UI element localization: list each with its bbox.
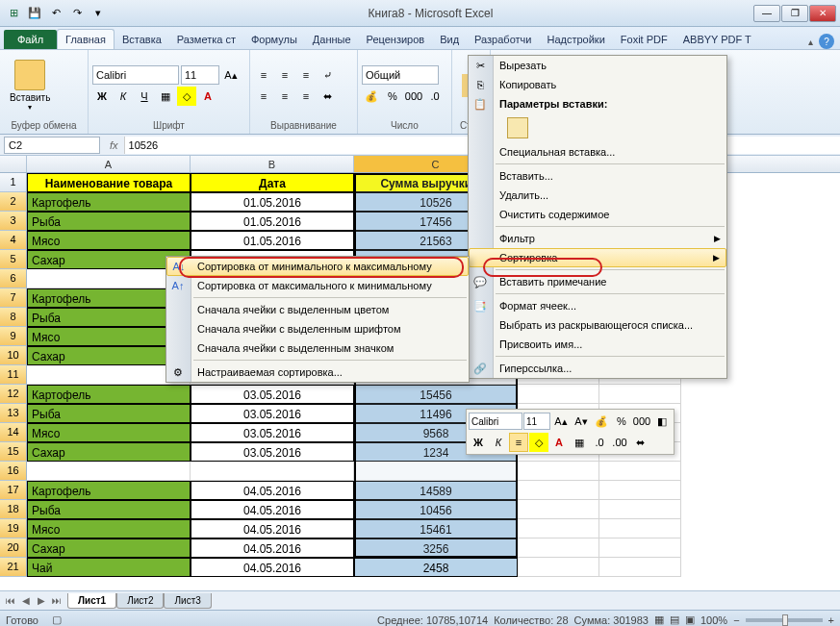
tab-view[interactable]: Вид bbox=[432, 30, 467, 49]
row-header[interactable]: 4 bbox=[0, 231, 27, 250]
tab-layout[interactable]: Разметка ст bbox=[169, 30, 243, 49]
fx-icon[interactable]: fx bbox=[104, 139, 124, 151]
mini-center-icon[interactable]: ≡ bbox=[509, 433, 528, 452]
maximize-button[interactable]: ❐ bbox=[781, 5, 808, 22]
cell[interactable]: Рыба bbox=[27, 212, 191, 231]
mini-fontcolor-icon[interactable]: A bbox=[549, 433, 569, 452]
menu-format-cells[interactable]: 📑Формат ячеек... bbox=[469, 296, 726, 315]
zoom-out-icon[interactable]: − bbox=[733, 614, 739, 626]
menu-sort-color[interactable]: Сначала ячейки с выделенным цветом bbox=[166, 300, 469, 319]
mini-italic-icon[interactable]: К bbox=[489, 433, 508, 452]
cell[interactable]: Мясо bbox=[27, 231, 191, 250]
cell[interactable]: 04.05.2016 bbox=[191, 500, 354, 519]
menu-paste-btn[interactable] bbox=[469, 113, 726, 142]
row-header[interactable]: 19 bbox=[0, 519, 27, 538]
tab-review[interactable]: Рецензиров bbox=[359, 30, 433, 49]
row-header[interactable]: 14 bbox=[0, 423, 27, 442]
cell[interactable] bbox=[599, 538, 681, 558]
cell[interactable] bbox=[599, 519, 681, 538]
menu-sort-asc[interactable]: A↓Сортировка от минимального к максималь… bbox=[166, 257, 469, 276]
cell[interactable]: 01.05.2016 bbox=[191, 212, 354, 231]
cell[interactable]: Картофель bbox=[27, 481, 191, 500]
row-header[interactable]: 8 bbox=[0, 308, 27, 327]
cell[interactable]: 01.05.2016 bbox=[191, 231, 354, 250]
row-header[interactable]: 18 bbox=[0, 500, 27, 519]
menu-sort-icon[interactable]: Сначала ячейки с выделенным значком bbox=[166, 338, 469, 358]
tab-foxit[interactable]: Foxit PDF bbox=[613, 30, 675, 49]
cell[interactable]: 03.05.2016 bbox=[191, 442, 354, 462]
tab-formulas[interactable]: Формулы bbox=[243, 30, 305, 49]
mini-inc-icon[interactable]: .00 bbox=[610, 433, 629, 452]
row-header[interactable]: 10 bbox=[0, 346, 27, 365]
excel-icon[interactable]: ⊞ bbox=[4, 4, 23, 23]
row-header[interactable]: 5 bbox=[0, 250, 27, 269]
sheet-prev-icon[interactable]: ◀ bbox=[19, 595, 33, 606]
close-button[interactable]: ✕ bbox=[809, 5, 836, 22]
undo-icon[interactable]: ↶ bbox=[46, 4, 65, 23]
menu-comment[interactable]: 💬Вставить примечание bbox=[469, 272, 726, 291]
sheet-first-icon[interactable]: ⏮ bbox=[4, 595, 17, 606]
cell[interactable] bbox=[518, 558, 599, 577]
mini-currency-icon[interactable]: 💰 bbox=[592, 412, 611, 431]
tab-home[interactable]: Главная bbox=[57, 29, 115, 49]
cell[interactable] bbox=[518, 519, 599, 538]
view-break-icon[interactable]: ▣ bbox=[685, 613, 695, 626]
col-header-b[interactable]: B bbox=[191, 156, 354, 172]
cell[interactable]: Рыба bbox=[27, 500, 191, 519]
italic-icon[interactable]: К bbox=[114, 87, 133, 106]
wrap-icon[interactable]: ⤶ bbox=[318, 65, 337, 85]
row-header[interactable]: 2 bbox=[0, 192, 27, 212]
menu-sort[interactable]: Сортировка▶ bbox=[469, 248, 726, 267]
mini-bold-icon[interactable]: Ж bbox=[469, 433, 488, 452]
row-header[interactable]: 9 bbox=[0, 327, 27, 346]
cell[interactable] bbox=[354, 462, 518, 481]
mini-comma-icon[interactable]: 000 bbox=[632, 412, 651, 431]
qat-more-icon[interactable]: ▾ bbox=[89, 4, 108, 23]
row-header[interactable]: 6 bbox=[0, 269, 27, 288]
redo-icon[interactable]: ↷ bbox=[67, 4, 87, 23]
mini-format-icon[interactable]: ◧ bbox=[652, 412, 672, 431]
row-header[interactable]: 13 bbox=[0, 404, 27, 423]
mini-dec-icon[interactable]: .0 bbox=[590, 433, 609, 452]
mini-border-icon[interactable]: ▦ bbox=[570, 433, 589, 452]
col-header-a[interactable]: A bbox=[27, 156, 191, 172]
cell[interactable]: 3256 bbox=[354, 538, 518, 558]
cell[interactable]: Чай bbox=[27, 558, 191, 577]
cell[interactable]: Сахар bbox=[27, 538, 191, 558]
mini-merge-icon[interactable]: ⬌ bbox=[630, 433, 649, 452]
sheet-tab-3[interactable]: Лист3 bbox=[164, 593, 211, 609]
grow-font-icon[interactable]: A▴ bbox=[221, 65, 241, 85]
font-name-combo[interactable] bbox=[92, 65, 179, 85]
border-icon[interactable]: ▦ bbox=[156, 87, 175, 106]
inc-decimal-icon[interactable]: .0 bbox=[425, 87, 445, 106]
number-format-combo[interactable] bbox=[362, 65, 439, 85]
row-header[interactable]: 11 bbox=[0, 365, 27, 385]
cell[interactable] bbox=[518, 385, 599, 404]
cell[interactable]: 14589 bbox=[354, 481, 518, 500]
cell[interactable]: 04.05.2016 bbox=[191, 558, 354, 577]
sheet-tab-2[interactable]: Лист2 bbox=[116, 593, 164, 609]
row-header[interactable]: 3 bbox=[0, 212, 27, 231]
sheet-last-icon[interactable]: ⏭ bbox=[50, 595, 64, 606]
cell[interactable]: 15456 bbox=[354, 385, 518, 404]
cell[interactable]: 10456 bbox=[354, 500, 518, 519]
cell[interactable]: Мясо bbox=[27, 519, 191, 538]
cell[interactable]: 03.05.2016 bbox=[191, 404, 354, 423]
cell[interactable]: 2458 bbox=[354, 558, 518, 577]
cell[interactable] bbox=[27, 462, 191, 481]
menu-paste-special[interactable]: Специальная вставка... bbox=[469, 142, 726, 162]
cell[interactable]: 04.05.2016 bbox=[191, 538, 354, 558]
align-top-icon[interactable]: ≡ bbox=[254, 65, 273, 85]
align-left-icon[interactable]: ≡ bbox=[254, 87, 273, 106]
cell[interactable]: 03.05.2016 bbox=[191, 423, 354, 442]
cell[interactable] bbox=[518, 500, 599, 519]
mini-fill-icon[interactable]: ◇ bbox=[529, 433, 548, 452]
tab-developer[interactable]: Разработчи bbox=[467, 30, 539, 49]
cell[interactable] bbox=[518, 462, 599, 481]
currency-icon[interactable]: 💰 bbox=[362, 87, 381, 106]
zoom-level[interactable]: 100% bbox=[700, 614, 727, 626]
cell[interactable]: 01.05.2016 bbox=[191, 192, 354, 212]
view-normal-icon[interactable]: ▦ bbox=[654, 613, 664, 626]
menu-clear[interactable]: Очистить содержимое bbox=[469, 205, 726, 224]
bold-icon[interactable]: Ж bbox=[92, 87, 112, 106]
